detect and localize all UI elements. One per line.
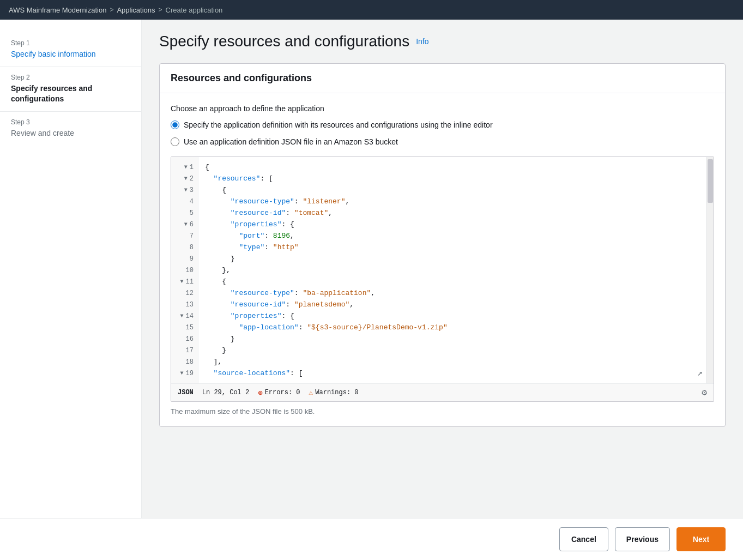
radio-inline[interactable]: [171, 121, 179, 129]
status-errors: ⊗ Errors: 0: [258, 388, 300, 398]
sidebar-item-step1[interactable]: Step 1 Specify basic information: [0, 33, 141, 67]
scrollbar-thumb: [708, 159, 713, 203]
code-line-3: {: [198, 184, 706, 196]
step1-title: Specify basic information: [11, 49, 130, 60]
code-line-12: "resource-type": "ba-application",: [198, 287, 706, 299]
radio-s3-label[interactable]: Use an application definition JSON file …: [184, 136, 398, 148]
radio-s3[interactable]: [171, 137, 179, 146]
settings-icon[interactable]: ⚙: [702, 387, 707, 398]
ln-19: ▼19: [171, 368, 198, 379]
ln-15: 15: [171, 322, 198, 333]
sidebar-item-step2[interactable]: Step 2 Specify resources and configurati…: [0, 67, 141, 112]
code-content: ▼1 ▼2 ▼3 4 5 ▼6 7 8 9 10 ▼11 12: [171, 157, 714, 383]
ln-2: ▼2: [171, 173, 198, 184]
ln-5: 5: [171, 207, 198, 219]
line-numbers: ▼1 ▼2 ▼3 4 5 ▼6 7 8 9 10 ▼11 12: [171, 157, 198, 383]
radio-option-inline[interactable]: Specify the application definition with …: [171, 119, 714, 131]
step3-title: Review and create: [11, 128, 130, 139]
code-lines[interactable]: { "resources": [ { "resource-type": "lis…: [198, 157, 706, 383]
previous-button[interactable]: Previous: [615, 527, 670, 551]
code-line-10: },: [198, 264, 706, 276]
footer: Cancel Previous Next: [0, 518, 743, 560]
ln-1: ▼1: [171, 161, 198, 173]
page-title-row: Specify resources and configurations Inf…: [159, 33, 726, 50]
status-warnings: ⚠ Warnings: 0: [309, 388, 358, 397]
sidebar: Step 1 Specify basic information Step 2 …: [0, 20, 142, 518]
ln-18: 18: [171, 356, 198, 368]
breadcrumb-applications[interactable]: Applications: [117, 6, 155, 14]
ln-7: 7: [171, 230, 198, 242]
warning-icon: ⚠: [309, 388, 313, 397]
ln-4: 4: [171, 196, 198, 207]
code-line-4: "resource-type": "listener",: [198, 196, 706, 207]
code-line-14: "properties": {: [198, 310, 706, 322]
step3-label: Step 3: [11, 118, 130, 126]
step2-title: Specify resources and configurations: [11, 83, 130, 105]
cancel-button[interactable]: Cancel: [559, 527, 608, 551]
page-title: Specify resources and configurations: [159, 33, 409, 50]
ln-9: 9: [171, 253, 198, 264]
ln-11: ▼11: [171, 276, 198, 287]
status-position: Ln 29, Col 2: [202, 389, 249, 396]
code-line-19: "source-locations": [: [198, 368, 706, 379]
code-line-18: ],: [198, 356, 706, 368]
editor-status-bar: JSON Ln 29, Col 2 ⊗ Errors: 0 ⚠ Warnings…: [171, 383, 714, 401]
code-line-5: "resource-id": "tomcat",: [198, 207, 706, 219]
breadcrumb-sep1: >: [110, 6, 113, 14]
breadcrumb: AWS Mainframe Modernization > Applicatio…: [9, 6, 222, 14]
card-header: Resources and configurations: [160, 64, 725, 93]
main-layout: Step 1 Specify basic information Step 2 …: [0, 20, 743, 518]
code-line-17: }: [198, 345, 706, 356]
ln-8: 8: [171, 242, 198, 253]
ln-13: 13: [171, 299, 198, 310]
ln-14: ▼14: [171, 310, 198, 322]
step1-label: Step 1: [11, 39, 130, 47]
radio-group-label: Choose an approach to define the applica…: [171, 104, 714, 113]
content-area: Specify resources and configurations Inf…: [142, 20, 743, 518]
ln-17: 17: [171, 345, 198, 356]
code-line-2: "resources": [: [198, 173, 706, 184]
card-title: Resources and configurations: [171, 73, 714, 84]
sidebar-item-step3[interactable]: Step 3 Review and create: [0, 112, 141, 146]
next-button[interactable]: Next: [676, 527, 726, 551]
breadcrumb-current: Create application: [166, 6, 223, 14]
ln-3: ▼3: [171, 184, 198, 196]
code-line-1: {: [198, 161, 706, 173]
ln-10: 10: [171, 264, 198, 276]
ln-6: ▼6: [171, 219, 198, 230]
expand-icon[interactable]: ↗: [697, 368, 703, 378]
ln-16: 16: [171, 333, 198, 345]
status-lang: JSON: [178, 389, 194, 396]
code-editor[interactable]: ▼1 ▼2 ▼3 4 5 ▼6 7 8 9 10 ▼11 12: [171, 156, 714, 402]
code-line-15: "app-location": "${s3-source}/PlanetsDem…: [198, 322, 706, 333]
file-size-note: The maximum size of the JSON file is 500…: [171, 407, 714, 416]
info-link[interactable]: Info: [416, 37, 428, 46]
code-line-6: "properties": {: [198, 219, 706, 230]
code-line-16: }: [198, 333, 706, 345]
resources-card: Resources and configurations Choose an a…: [159, 63, 726, 427]
warnings-label: Warnings: 0: [315, 389, 358, 396]
radio-option-s3[interactable]: Use an application definition JSON file …: [171, 136, 714, 148]
top-nav: AWS Mainframe Modernization > Applicatio…: [0, 0, 743, 20]
breadcrumb-sep2: >: [159, 6, 162, 14]
code-line-9: }: [198, 253, 706, 264]
errors-label: Errors: 0: [265, 389, 300, 396]
card-body: Choose an approach to define the applica…: [160, 93, 725, 426]
error-icon: ⊗: [258, 388, 262, 398]
breadcrumb-brand[interactable]: AWS Mainframe Modernization: [9, 6, 106, 14]
step2-label: Step 2: [11, 74, 130, 81]
code-line-7: "port": 8196,: [198, 230, 706, 242]
code-line-8: "type": "http": [198, 242, 706, 253]
radio-inline-label[interactable]: Specify the application definition with …: [184, 119, 493, 131]
code-line-13: "resource-id": "planetsdemo",: [198, 299, 706, 310]
scrollbar-track[interactable]: [706, 157, 714, 383]
code-line-11: {: [198, 276, 706, 287]
ln-12: 12: [171, 287, 198, 299]
